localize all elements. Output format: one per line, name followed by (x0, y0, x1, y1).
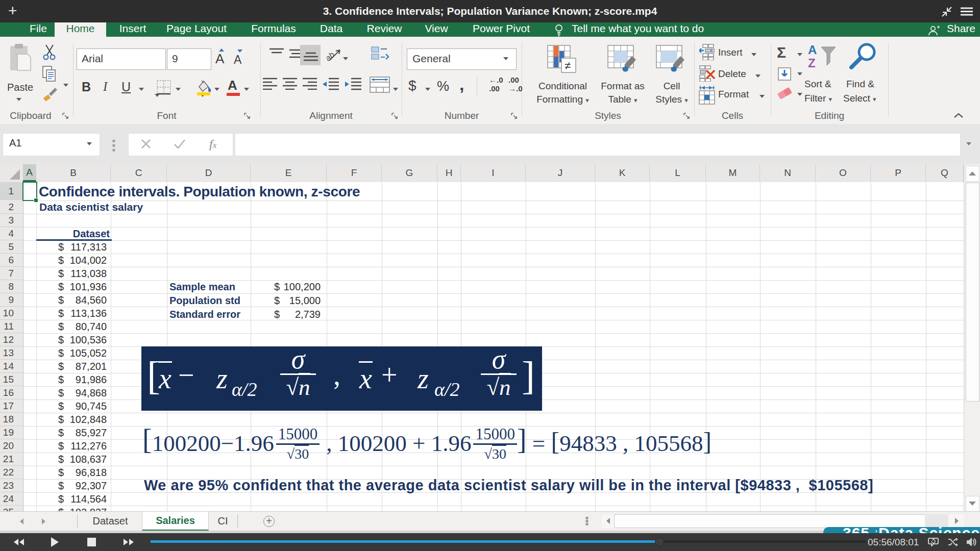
svg-text:ab: ab (325, 50, 336, 63)
svg-text:≠: ≠ (565, 59, 571, 72)
